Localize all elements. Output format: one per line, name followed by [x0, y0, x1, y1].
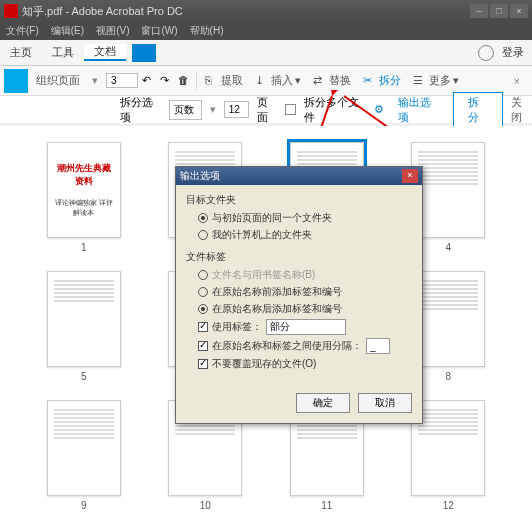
rotate-right-icon[interactable]: ↷: [160, 74, 174, 88]
tab-home[interactable]: 主页: [0, 45, 42, 60]
close-panel-button[interactable]: ×: [506, 75, 528, 87]
delete-icon[interactable]: 🗑: [178, 74, 192, 88]
minimize-button[interactable]: –: [470, 4, 488, 18]
label-input[interactable]: [266, 319, 346, 335]
tab-tools[interactable]: 工具: [42, 45, 84, 60]
app-icon: [4, 4, 18, 18]
gear-icon: ⚙: [374, 103, 384, 116]
topbar: 主页 工具 文档 登录: [0, 40, 532, 66]
dialog-title: 输出选项: [180, 169, 220, 183]
menu-file[interactable]: 文件(F): [6, 24, 39, 38]
menu-help[interactable]: 帮助(H): [190, 24, 224, 38]
window-titlebar: 知乎.pdf - Adobe Acrobat Pro DC – □ ×: [0, 0, 532, 22]
more-button[interactable]: ☰更多▾: [409, 71, 463, 90]
radio-bookmark-name: [198, 270, 208, 280]
page-count-input[interactable]: 12: [224, 101, 249, 118]
multiple-files-checkbox[interactable]: [285, 104, 295, 115]
dialog-titlebar[interactable]: 输出选项 ×: [176, 167, 422, 185]
menu-window[interactable]: 窗口(W): [141, 24, 177, 38]
split-subbar: 拆分选项 页数 ▾ 12 页面 拆分多个文件 ⚙ 输出选项 拆分 关闭: [0, 96, 532, 124]
checkbox-separator[interactable]: [198, 341, 208, 351]
output-options-dialog: 输出选项 × 目标文件夹 与初始页面的同一个文件夹 我的计算机上的文件夹 文件标…: [175, 166, 423, 424]
cancel-button[interactable]: 取消: [358, 393, 412, 413]
split-button[interactable]: ✂拆分: [359, 71, 405, 90]
login-link[interactable]: 登录: [502, 45, 524, 60]
menubar: 文件(F) 编辑(E) 视图(V) 窗口(W) 帮助(H): [0, 22, 532, 40]
tab-document[interactable]: 文档: [84, 44, 126, 61]
close-button[interactable]: ×: [510, 4, 528, 18]
page-select[interactable]: 3: [106, 73, 138, 88]
notification-icon[interactable]: [478, 45, 494, 61]
radio-same-folder[interactable]: [198, 213, 208, 223]
insert-button[interactable]: ⤓插入▾: [251, 71, 305, 90]
page-unit-label: 页面: [257, 95, 278, 125]
multiple-files-label: 拆分多个文件: [304, 95, 366, 125]
checkbox-no-overwrite[interactable]: [198, 359, 208, 369]
window-title: 知乎.pdf - Adobe Acrobat Pro DC: [22, 4, 183, 19]
do-split-button[interactable]: 拆分: [453, 92, 504, 128]
output-options-button[interactable]: 输出选项: [392, 93, 445, 127]
maximize-button[interactable]: □: [490, 4, 508, 18]
file-label-label: 文件标签: [186, 250, 412, 264]
target-folder-label: 目标文件夹: [186, 193, 412, 207]
extract-button[interactable]: ⎘提取: [201, 71, 247, 90]
menu-edit[interactable]: 编辑(E): [51, 24, 84, 38]
document-icon: [132, 44, 156, 62]
radio-my-computer[interactable]: [198, 230, 208, 240]
organize-icon: [4, 69, 28, 93]
ok-button[interactable]: 确定: [296, 393, 350, 413]
close-button[interactable]: 关闭: [511, 95, 532, 125]
split-options-label: 拆分选项: [120, 95, 161, 125]
page-thumb-5[interactable]: [47, 271, 121, 367]
organize-label: 组织页面: [32, 71, 84, 90]
rotate-left-icon[interactable]: ↶: [142, 74, 156, 88]
replace-button[interactable]: ⇄替换: [309, 71, 355, 90]
menu-view[interactable]: 视图(V): [96, 24, 129, 38]
radio-prefix[interactable]: [198, 287, 208, 297]
page-thumb-1[interactable]: 潮州先生典藏资料译论神编独家 详评解读本: [47, 142, 121, 238]
separator-input[interactable]: [366, 338, 390, 354]
checkbox-use-label[interactable]: [198, 322, 208, 332]
dialog-close-button[interactable]: ×: [402, 169, 418, 183]
radio-suffix[interactable]: [198, 304, 208, 314]
split-mode-select[interactable]: 页数: [169, 100, 201, 120]
page-thumb-9[interactable]: [47, 400, 121, 496]
